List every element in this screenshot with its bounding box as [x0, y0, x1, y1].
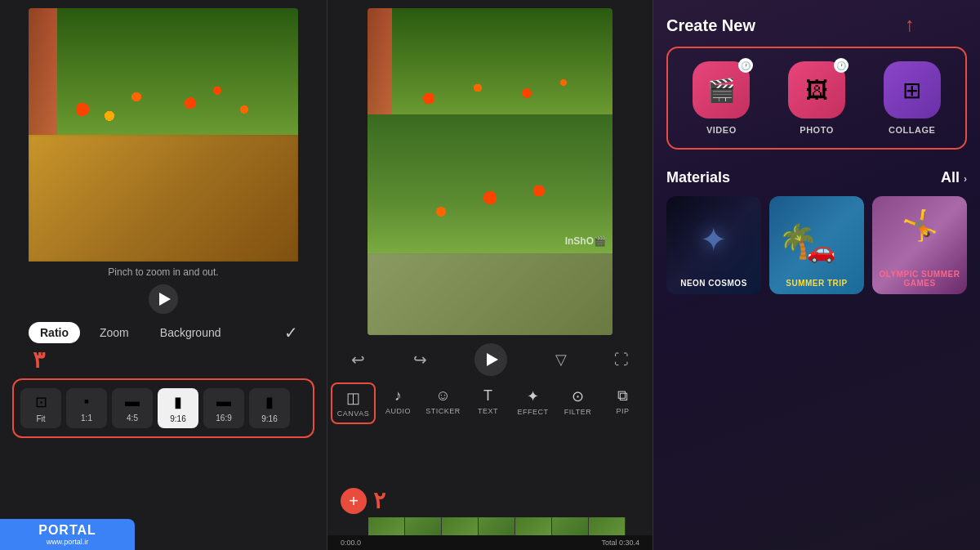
video-icon: 🎬 [707, 77, 736, 104]
photo-icon-wrap: 🖼 🕐 [788, 61, 845, 118]
ratio-1-1-label: 1:1 [81, 414, 92, 423]
video-frame-bottom [368, 253, 612, 335]
tab-zoom[interactable]: Zoom [88, 322, 140, 343]
summer-car-icon: 🚗 [807, 237, 835, 264]
ratio-9-16-b[interactable]: ▮ 9:16 [249, 388, 290, 428]
flowers-bg-2 [368, 8, 612, 114]
collage-card-label: COLLAGE [889, 125, 935, 135]
create-card-collage[interactable]: ⊞ COLLAGE [868, 61, 956, 135]
tool-effect[interactable]: ✦ EFFECT [510, 382, 555, 424]
playback-controls: ↩ ↪ ▽ ⛶ [343, 343, 637, 376]
play-button-2[interactable] [474, 343, 507, 376]
materials-section: Materials All › [666, 169, 967, 186]
tool-pip[interactable]: ⧉ PIP [600, 382, 645, 424]
ratio-16-9[interactable]: ▬ 16:9 [203, 388, 244, 428]
fit-label: Fit [36, 414, 45, 423]
video-frame-mid: InShO🎬 [368, 114, 612, 253]
tool-canvas[interactable]: ◫ CANVAS [331, 382, 376, 424]
material-olympic[interactable]: 🤸 OLYMPIC SUMMER GAMES [872, 196, 967, 294]
video-card-label: VIDEO [706, 125, 737, 135]
tab-ratio[interactable]: Ratio [29, 322, 80, 343]
create-card-photo[interactable]: 🖼 🕐 PHOTO [773, 61, 861, 135]
time-total: Total 0:30.4 [601, 539, 639, 547]
red-arrow-2: ۲ [373, 487, 385, 514]
red-object [29, 8, 57, 135]
checkmark-icon[interactable]: ✓ [284, 323, 298, 342]
blur-bg [29, 135, 298, 262]
ratio-9-16-b-icon: ▮ [265, 393, 274, 411]
create-new-box: 🎬 🕐 VIDEO 🖼 🕐 PHOTO ⊞ COLLAGE [666, 47, 967, 150]
pinch-hint: Pinch to zoom in and out. [108, 266, 218, 278]
olympic-figure-icon: 🤸 [902, 208, 938, 243]
ratio-1-1[interactable]: ▪ 1:1 [66, 388, 107, 428]
ratio-9-16-b-label: 9:16 [261, 414, 277, 423]
audio-icon: ♪ [394, 387, 402, 405]
chevron-right-icon: › [964, 173, 967, 185]
tool-text[interactable]: T TEXT [466, 382, 510, 424]
panel-editor: InShO🎬 ↩ ↪ ▽ ⛶ ◫ CANVAS ♪ AUDIO ☺ STICKE… [327, 0, 653, 550]
all-link[interactable]: All › [941, 169, 967, 186]
ratio-4-5-icon: ▬ [125, 393, 140, 410]
add-media-button[interactable]: + [341, 488, 367, 514]
panel-home: ↑ Create New 🎬 🕐 VIDEO 🖼 🕐 PHOTO ⊞ COLLA… [653, 0, 980, 550]
tool-sticker[interactable]: ☺ STICKER [421, 382, 466, 424]
video-clock-badge: 🕐 [738, 58, 753, 73]
play-button-area [149, 284, 178, 314]
time-start: 0:00.0 [341, 539, 361, 547]
preview-image-bottom [29, 135, 298, 262]
flowers-bg [29, 8, 298, 135]
tool-more[interactable]: ✂ PRE... [645, 382, 649, 424]
time-bar: 0:00.0 Total 0:30.4 [327, 535, 653, 550]
play-button[interactable] [149, 284, 178, 314]
pip-label: PIP [616, 407, 629, 415]
tool-filter[interactable]: ⊙ FILTER [555, 382, 600, 424]
portal-title: PORTAL [38, 523, 96, 538]
preview-image-top [29, 8, 298, 135]
pip-icon: ⧉ [617, 387, 628, 405]
text-icon: T [483, 387, 492, 405]
video-icon-wrap: 🎬 🕐 [693, 61, 750, 118]
red-arrow-1: ۳ [33, 347, 45, 373]
fit-icon: ⊡ [35, 393, 47, 411]
effect-label: EFFECT [518, 408, 549, 416]
ratio-fit[interactable]: ⊡ Fit [20, 388, 61, 428]
ratio-9-16[interactable]: ▮ 9:16 [158, 388, 198, 428]
collage-icon: ⊞ [902, 77, 921, 104]
olympic-label: OLYMPIC SUMMER GAMES [872, 270, 967, 288]
tool-audio[interactable]: ♪ AUDIO [376, 382, 421, 424]
ratio-16-9-label: 16:9 [216, 414, 231, 423]
expand-button[interactable]: ▽ [555, 351, 567, 369]
audio-label: AUDIO [385, 407, 411, 415]
redo-button[interactable]: ↪ [413, 350, 427, 369]
filter-icon: ⊙ [572, 387, 584, 405]
ratio-9-16-label: 9:16 [170, 414, 185, 423]
preview-area-2: InShO🎬 [368, 8, 612, 335]
red-arrow-3: ↑ [905, 13, 915, 36]
materials-row: ✦ NEON COSMOS 🌴 🚗 SUMMER TRIP 🤸 OLYMPIC … [666, 196, 967, 294]
editor-toolbar: ◫ CANVAS ♪ AUDIO ☺ STICKER T TEXT ✦ EFFE… [331, 382, 649, 424]
canvas-icon: ◫ [346, 389, 360, 407]
fullscreen-button[interactable]: ⛶ [614, 351, 629, 369]
photo-clock-badge: 🕐 [834, 58, 849, 73]
summer-trip-label: SUMMER TRIP [769, 279, 864, 288]
undo-button[interactable]: ↩ [351, 350, 365, 369]
preview-area-1 [29, 8, 298, 262]
portal-banner: PORTAL www.portal.ir [0, 519, 135, 550]
ratio-4-5[interactable]: ▬ 4:5 [112, 388, 153, 428]
canvas-label: CANVAS [337, 409, 369, 418]
text-label: TEXT [478, 407, 498, 415]
material-neon-cosmos[interactable]: ✦ NEON COSMOS [666, 196, 761, 294]
ratio-bar: ⊡ Fit ▪ 1:1 ▬ 4:5 ▮ 9:16 ▬ 16:9 ▮ 9:16 [12, 378, 314, 438]
insho-watermark: InShO🎬 [565, 235, 606, 247]
collage-icon-wrap: ⊞ [884, 61, 941, 118]
play-icon [159, 293, 171, 306]
blur-bottom [368, 253, 612, 335]
filter-label: FILTER [564, 408, 591, 416]
sticker-label: STICKER [425, 407, 461, 415]
tab-background[interactable]: Background [149, 322, 233, 343]
create-card-video[interactable]: 🎬 🕐 VIDEO [678, 61, 765, 135]
material-summer-trip[interactable]: 🌴 🚗 SUMMER TRIP [769, 196, 864, 294]
photo-icon: 🖼 [805, 77, 828, 104]
effect-icon: ✦ [527, 387, 539, 405]
ratio-4-5-label: 4:5 [127, 414, 138, 423]
